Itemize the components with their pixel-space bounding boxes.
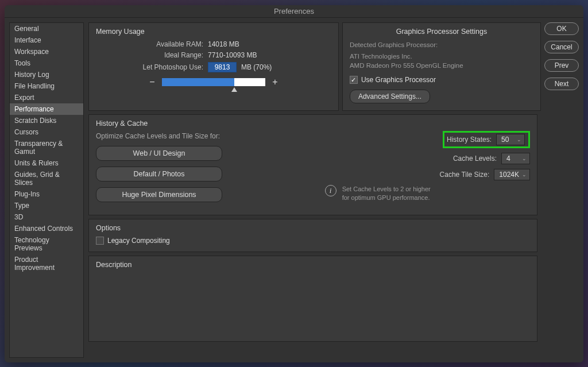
description-panel: Description — [88, 256, 537, 342]
history-title: History & Cache — [96, 119, 296, 128]
prev-button[interactable]: Prev — [544, 59, 579, 72]
sidebar-item-interface[interactable]: Interface — [10, 34, 83, 46]
detected-gpu-label: Detected Graphics Processor: — [350, 40, 533, 49]
sidebar-item-general[interactable]: General — [10, 23, 83, 34]
sidebar-item-guides-grid-slices[interactable]: Guides, Grid & Slices — [10, 169, 83, 188]
legacy-compositing-checkbox[interactable]: Legacy Compositing — [96, 237, 530, 245]
cache-levels-value: 4 — [506, 154, 510, 163]
cache-levels-select[interactable]: 4 ⌄ — [501, 153, 530, 164]
ideal-range-label: Ideal Range: — [96, 51, 208, 59]
options-title: Options — [96, 224, 530, 232]
sidebar-item-type[interactable]: Type — [10, 200, 83, 211]
slider-track[interactable] — [162, 78, 265, 86]
sidebar-item-cursors[interactable]: Cursors — [10, 126, 83, 138]
sidebar: GeneralInterfaceWorkspaceToolsHistory Lo… — [9, 22, 84, 358]
slider-thumb[interactable] — [231, 87, 237, 92]
cache-tile-select[interactable]: 1024K ⌄ — [494, 169, 530, 180]
sidebar-item-file-handling[interactable]: File Handling — [10, 80, 83, 92]
huge-pixel-button[interactable]: Huge Pixel Dimensions — [96, 187, 222, 202]
history-states-select[interactable]: 50 ⌄ — [496, 134, 525, 145]
gpu-device: AMD Radeon Pro 555 OpenGL Engine — [350, 61, 533, 70]
sidebar-item-technology-previews[interactable]: Technology Previews — [10, 234, 83, 254]
sidebar-item-3d[interactable]: 3D — [10, 211, 83, 223]
main-content: Memory Usage Available RAM: 14018 MB Ide… — [88, 22, 579, 358]
plus-icon[interactable]: + — [271, 77, 279, 87]
info-icon: i — [325, 185, 336, 196]
cache-tile-value: 1024K — [499, 171, 519, 179]
slider-fill — [162, 78, 234, 86]
legacy-label: Legacy Compositing — [107, 237, 170, 245]
minus-icon[interactable]: − — [148, 77, 156, 87]
cache-levels-label: Cache Levels: — [453, 154, 497, 163]
sidebar-item-plug-ins[interactable]: Plug-Ins — [10, 188, 83, 200]
description-title: Description — [96, 261, 530, 269]
gpu-vendor: ATI Technologies Inc. — [350, 52, 533, 61]
history-states-label: History States: — [447, 136, 492, 144]
dialog-buttons: OK Cancel Prev Next — [544, 22, 579, 111]
gpu-title: Graphics Processor Settings — [350, 28, 533, 36]
ram-suffix: MB (70%) — [241, 63, 272, 71]
use-gpu-label: Use Graphics Processor — [361, 76, 436, 84]
sidebar-item-performance[interactable]: Performance — [10, 103, 83, 115]
options-panel: Options Legacy Compositing — [88, 219, 537, 252]
sidebar-item-enhanced-controls[interactable]: Enhanced Controls — [10, 223, 83, 234]
history-states-highlight: History States: 50 ⌄ — [443, 131, 530, 148]
available-ram-value: 14018 MB — [208, 40, 239, 48]
ram-slider[interactable]: − + — [96, 77, 331, 87]
sidebar-item-product-improvement[interactable]: Product Improvement — [10, 254, 83, 273]
checkbox-unchecked-icon[interactable] — [96, 237, 104, 245]
use-gpu-checkbox[interactable]: ✓ Use Graphics Processor — [350, 76, 533, 84]
preferences-window: Preferences GeneralInterfaceWorkspaceToo… — [5, 5, 583, 362]
sidebar-item-workspace[interactable]: Workspace — [10, 46, 83, 57]
chevron-down-icon: ⌄ — [517, 137, 521, 142]
info-row: i Set Cache Levels to 2 or higher for op… — [308, 185, 530, 202]
ok-button[interactable]: OK — [544, 22, 579, 35]
gpu-panel: Graphics Processor Settings Detected Gra… — [342, 22, 541, 111]
sidebar-item-units-rulers[interactable]: Units & Rulers — [10, 157, 83, 169]
info-text: Set Cache Levels to 2 or higher for opti… — [342, 185, 434, 202]
web-ui-design-button[interactable]: Web / UI Design — [96, 146, 222, 161]
available-ram-label: Available RAM: — [96, 40, 208, 48]
ram-input[interactable] — [208, 62, 237, 72]
optimize-caption: Optimize Cache Levels and Tile Size for: — [96, 132, 296, 140]
cache-tile-label: Cache Tile Size: — [440, 171, 490, 179]
chevron-down-icon: ⌄ — [522, 156, 527, 161]
sidebar-item-tools[interactable]: Tools — [10, 57, 83, 69]
default-photos-button[interactable]: Default / Photos — [96, 167, 222, 181]
ideal-range-value: 7710-10093 MB — [208, 51, 257, 59]
memory-title: Memory Usage — [96, 28, 331, 36]
cancel-button[interactable]: Cancel — [544, 41, 579, 53]
sidebar-item-export[interactable]: Export — [10, 92, 83, 103]
checkbox-checked-icon[interactable]: ✓ — [350, 76, 358, 84]
history-states-value: 50 — [501, 136, 509, 144]
sidebar-item-scratch-disks[interactable]: Scratch Disks — [10, 115, 83, 126]
window-body: GeneralInterfaceWorkspaceToolsHistory Lo… — [5, 18, 583, 362]
advanced-settings-button[interactable]: Advanced Settings... — [350, 90, 430, 103]
let-photoshop-use-label: Let Photoshop Use: — [96, 63, 208, 71]
next-button[interactable]: Next — [544, 78, 579, 90]
sidebar-item-history-log[interactable]: History Log — [10, 69, 83, 80]
window-title: Preferences — [5, 5, 583, 18]
history-cache-panel: History & Cache Optimize Cache Levels an… — [88, 114, 537, 215]
sidebar-item-transparency-gamut[interactable]: Transparency & Gamut — [10, 138, 83, 157]
memory-usage-panel: Memory Usage Available RAM: 14018 MB Ide… — [88, 22, 339, 111]
chevron-down-icon: ⌄ — [522, 172, 527, 177]
top-row: Memory Usage Available RAM: 14018 MB Ide… — [88, 22, 579, 111]
